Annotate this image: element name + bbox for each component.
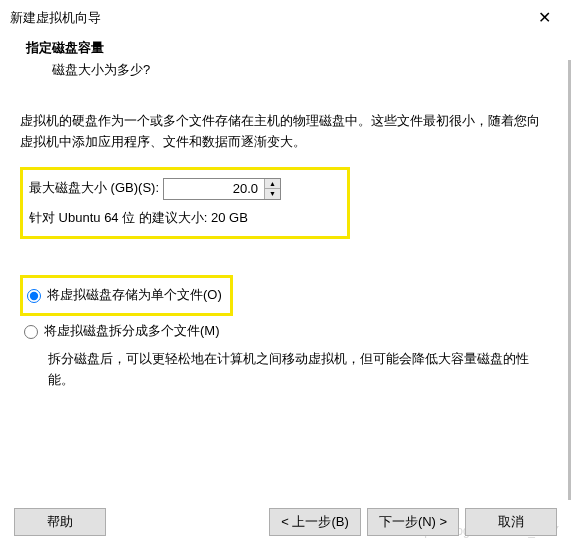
back-button[interactable]: < 上一步(B) [269, 508, 361, 536]
single-file-section: 将虚拟磁盘存储为单个文件(O) [20, 275, 233, 316]
next-button[interactable]: 下一步(N) > [367, 508, 459, 536]
disk-size-section: 最大磁盘大小 (GB)(S): ▲ ▼ 针对 Ubuntu 64 位 的建议大小… [20, 167, 350, 240]
spinner-up-icon[interactable]: ▲ [265, 179, 280, 190]
cancel-button[interactable]: 取消 [465, 508, 557, 536]
page-subtitle: 磁盘大小为多少? [26, 61, 571, 79]
page-title: 指定磁盘容量 [26, 39, 571, 61]
help-button[interactable]: 帮助 [14, 508, 106, 536]
close-icon[interactable]: ✕ [532, 8, 557, 27]
radio-split-label: 将虚拟磁盘拆分成多个文件(M) [44, 321, 220, 342]
disk-recommend-text: 针对 Ubuntu 64 位 的建议大小: 20 GB [29, 208, 339, 229]
window-title: 新建虚拟机向导 [10, 9, 101, 27]
disk-size-spinner[interactable]: ▲ ▼ [163, 178, 281, 200]
radio-single-input[interactable] [27, 289, 41, 303]
spinner-down-icon[interactable]: ▼ [265, 189, 280, 199]
radio-split-file[interactable]: 将虚拟磁盘拆分成多个文件(M) [20, 318, 551, 345]
radio-split-input[interactable] [24, 325, 38, 339]
description-text: 虚拟机的硬盘作为一个或多个文件存储在主机的物理磁盘中。这些文件最初很小，随着您向… [20, 111, 551, 153]
radio-single-file[interactable]: 将虚拟磁盘存储为单个文件(O) [27, 282, 222, 309]
radio-single-label: 将虚拟磁盘存储为单个文件(O) [47, 285, 222, 306]
split-description: 拆分磁盘后，可以更轻松地在计算机之间移动虚拟机，但可能会降低大容量磁盘的性能。 [20, 345, 551, 391]
disk-size-input[interactable] [164, 179, 264, 199]
disk-size-label: 最大磁盘大小 (GB)(S): [29, 178, 159, 199]
